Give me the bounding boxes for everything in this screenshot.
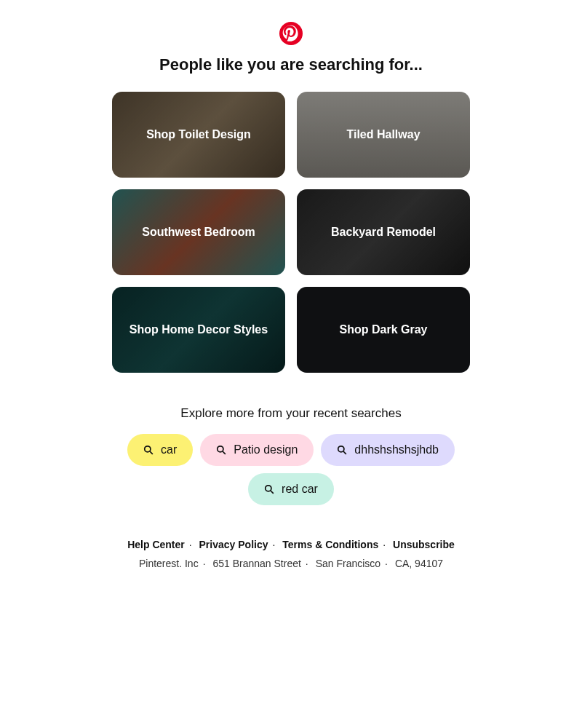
svg-line-4 xyxy=(223,451,226,454)
search-suggestion-tiles: Shop Toilet Design Tiled Hallway Southwe… xyxy=(112,92,470,373)
recent-search-pill[interactable]: dhhshshshsjhdb xyxy=(321,434,455,466)
suggestion-tile[interactable]: Shop Toilet Design xyxy=(112,92,285,178)
subsection-heading: Explore more from your recent searches xyxy=(180,406,401,421)
pill-label: Patio design xyxy=(234,443,298,456)
svg-point-3 xyxy=(218,446,223,452)
tile-label: Backyard Remodel xyxy=(321,226,446,239)
recent-search-pill[interactable]: Patio design xyxy=(200,434,314,466)
svg-line-8 xyxy=(271,491,274,494)
section-heading: People like you are searching for... xyxy=(159,55,423,74)
svg-line-2 xyxy=(150,451,153,454)
tile-label: Shop Toilet Design xyxy=(136,128,261,141)
email-footer: Help Center· Privacy Policy· Terms & Con… xyxy=(127,539,455,569)
svg-line-6 xyxy=(343,451,346,454)
tile-label: Tiled Hallway xyxy=(336,128,430,141)
svg-point-5 xyxy=(338,446,344,452)
search-icon xyxy=(337,445,347,455)
svg-point-1 xyxy=(145,446,151,452)
suggestion-tile[interactable]: Shop Dark Gray xyxy=(297,287,470,373)
pinterest-logo-icon xyxy=(279,22,303,45)
suggestion-tile[interactable]: Tiled Hallway xyxy=(297,92,470,178)
suggestion-tile[interactable]: Shop Home Decor Styles xyxy=(112,287,285,373)
footer-link-privacy[interactable]: Privacy Policy xyxy=(199,539,268,550)
search-icon xyxy=(264,484,274,494)
pill-label: red car xyxy=(282,483,318,496)
pill-label: dhhshshshsjhdb xyxy=(354,443,439,456)
search-icon xyxy=(143,445,154,455)
tile-label: Shop Home Decor Styles xyxy=(119,323,278,336)
suggestion-tile[interactable]: Backyard Remodel xyxy=(297,189,470,275)
svg-point-7 xyxy=(266,486,271,491)
footer-link-help[interactable]: Help Center xyxy=(127,539,185,550)
footer-links: Help Center· Privacy Policy· Terms & Con… xyxy=(127,539,455,550)
recent-search-pills: car Patio design dhhshshshsjhdb red car xyxy=(102,434,480,505)
footer-link-terms[interactable]: Terms & Conditions xyxy=(282,539,378,550)
recent-search-pill[interactable]: red car xyxy=(248,473,334,505)
tile-label: Southwest Bedroom xyxy=(132,226,266,239)
recent-search-pill[interactable]: car xyxy=(127,434,193,466)
tile-label: Shop Dark Gray xyxy=(330,323,438,336)
suggestion-tile[interactable]: Southwest Bedroom xyxy=(112,189,285,275)
footer-address: Pinterest. Inc· 651 Brannan Street· San … xyxy=(127,558,455,569)
footer-link-unsubscribe[interactable]: Unsubscribe xyxy=(393,539,455,550)
pill-label: car xyxy=(161,443,177,456)
search-icon xyxy=(216,445,226,455)
